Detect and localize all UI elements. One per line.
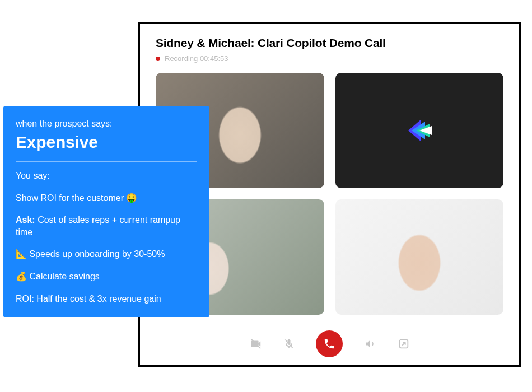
clari-logo-icon bbox=[404, 118, 435, 143]
hangup-button[interactable] bbox=[316, 330, 343, 357]
recording-status: Recording 00:45:53 bbox=[156, 54, 503, 63]
recording-dot-icon bbox=[156, 57, 160, 61]
recording-word: Recording bbox=[165, 54, 198, 63]
recording-time: 00:45:53 bbox=[200, 54, 228, 63]
coaching-prompt-card: when the prospect says: Expensive You sa… bbox=[3, 106, 209, 317]
call-title: Sidney & Michael: Clari Copilot Demo Cal… bbox=[156, 36, 503, 50]
speaker-icon bbox=[364, 338, 376, 349]
recording-label: Recording 00:45:53 bbox=[165, 54, 228, 63]
mic-toggle-button[interactable] bbox=[283, 338, 295, 350]
prompt-line-roi-summary: ROI: Half the cost & 3x revenue gain bbox=[16, 293, 197, 305]
camera-off-icon bbox=[250, 338, 262, 350]
prompt-ask-rest: Cost of sales reps + current rampup time bbox=[16, 215, 180, 237]
mic-off-icon bbox=[283, 338, 295, 350]
prompt-keyword: Expensive bbox=[16, 131, 197, 154]
video-tile-logo[interactable] bbox=[335, 73, 504, 188]
prompt-line-roi: Show ROI for the customer 🤑 bbox=[16, 192, 197, 204]
share-arrow-icon bbox=[398, 338, 410, 350]
prompt-you-say-label: You say: bbox=[16, 170, 197, 182]
prompt-divider bbox=[16, 161, 197, 162]
prompt-line-savings: 💰 Calculate savings bbox=[16, 270, 197, 283]
prompt-intro: when the prospect says: bbox=[16, 118, 197, 130]
prompt-line-onboarding: 📐 Speeds up onboarding by 30-50% bbox=[16, 248, 197, 260]
video-tile-participant-3[interactable] bbox=[335, 199, 504, 315]
share-button[interactable] bbox=[398, 338, 410, 350]
speaker-button[interactable] bbox=[364, 338, 376, 349]
prompt-ask-bold: Ask: bbox=[16, 215, 35, 225]
call-controls bbox=[156, 330, 503, 357]
camera-toggle-button[interactable] bbox=[250, 338, 262, 350]
phone-icon bbox=[323, 338, 335, 350]
prompt-line-ask: Ask: Cost of sales reps + current rampup… bbox=[16, 214, 197, 238]
